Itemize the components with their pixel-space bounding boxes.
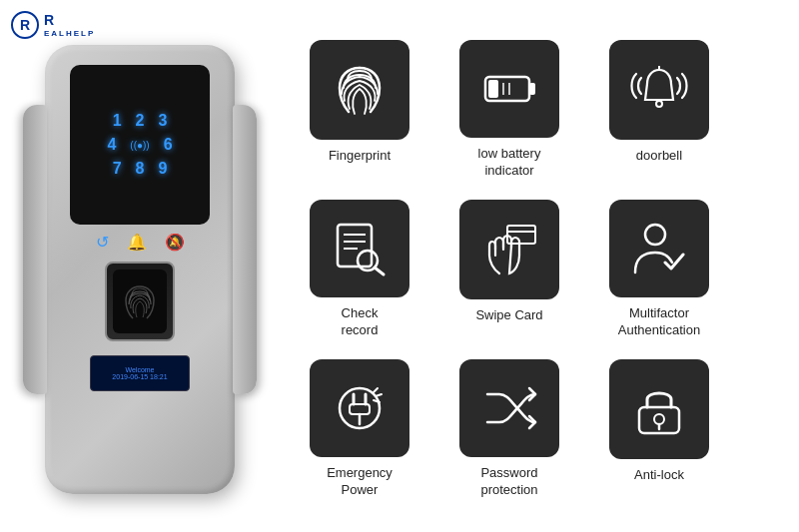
key-2: 2	[136, 112, 145, 130]
bell-icon	[629, 60, 689, 120]
key-9: 9	[158, 160, 167, 178]
feature-fingerprint: Fingerprint	[290, 30, 429, 180]
key-4: 4	[107, 136, 116, 154]
mute-icon: 🔕	[165, 233, 185, 252]
feature-low-battery: low batteryindicator	[439, 30, 579, 180]
doorbell-icon-box	[609, 40, 709, 140]
bell-icon: 🔔	[127, 233, 147, 252]
document-search-icon	[330, 219, 390, 278]
back-icon: ↺	[96, 233, 109, 252]
fingerprint-label: Fingerprint	[329, 148, 391, 165]
shuffle-icon	[479, 378, 539, 438]
handle-right	[233, 105, 257, 394]
display-welcome: Welcome	[125, 366, 154, 373]
person-check-icon-box	[609, 200, 709, 297]
svg-point-7	[656, 101, 662, 107]
key-7: 7	[113, 160, 122, 178]
key-3: 3	[158, 112, 167, 130]
rfid-symbol: ((●))	[130, 136, 149, 154]
svg-point-17	[645, 225, 665, 245]
check-record-label: Checkrecord	[342, 305, 379, 339]
multifactor-label: MultifactorAuthentication	[618, 305, 700, 339]
feature-multifactor: MultifactorAuthentication	[589, 190, 729, 339]
svg-point-27	[654, 414, 664, 424]
svg-line-24	[376, 394, 382, 396]
feature-anti-lock: Anti-lock	[589, 349, 729, 499]
svg-text:R: R	[20, 17, 30, 33]
logo-icon: R	[10, 10, 40, 40]
battery-icon-box	[459, 40, 559, 138]
fingerprint-icon-box	[310, 40, 409, 140]
lock-device: 1 2 3 4 ((●)) 6 7 8 9 ↺ 🔔 🔕	[30, 40, 250, 499]
key-1: 1	[113, 112, 122, 130]
handle-left	[23, 105, 47, 394]
emergency-power-label: EmergencyPower	[327, 465, 393, 499]
svg-rect-4	[488, 80, 498, 98]
lock-display: Welcome 2019-06-15 18:21	[90, 355, 190, 391]
fingerprint-sensor	[105, 262, 175, 341]
power-icon	[330, 378, 390, 438]
keypad-row-1: 1 2 3	[113, 112, 168, 130]
feature-swipe-card: Swipe Card	[439, 190, 579, 339]
padlock-icon	[629, 379, 689, 439]
display-datetime: 2019-06-15 18:21	[112, 373, 167, 380]
logo: R R EALHELP	[10, 10, 95, 40]
feature-emergency-power: EmergencyPower	[290, 349, 429, 499]
svg-line-14	[375, 267, 384, 274]
feature-doorbell: doorbell	[589, 30, 729, 180]
key-8: 8	[136, 160, 145, 178]
keypad: 1 2 3 4 ((●)) 6 7 8 9	[70, 65, 210, 225]
key-6: 6	[164, 136, 173, 154]
password-protection-label: Passwordprotection	[480, 465, 537, 499]
keypad-row-3: 7 8 9	[113, 160, 168, 178]
shuffle-icon-box	[459, 359, 559, 457]
lock-body: 1 2 3 4 ((●)) 6 7 8 9 ↺ 🔔 🔕	[45, 45, 235, 494]
function-icons: ↺ 🔔 🔕	[96, 233, 185, 252]
fingerprint-icon	[330, 60, 390, 120]
svg-line-23	[374, 388, 378, 392]
record-icon-box	[310, 200, 409, 297]
power-icon-box	[310, 359, 409, 457]
anti-lock-label: Anti-lock	[634, 467, 684, 484]
battery-label: low batteryindicator	[478, 146, 541, 180]
card-icon-box	[459, 200, 559, 299]
doorbell-label: doorbell	[636, 148, 682, 165]
feature-password-protection: Passwordprotection	[439, 349, 579, 499]
keypad-row-2: 4 ((●)) 6	[107, 136, 172, 154]
person-check-icon	[629, 219, 689, 278]
feature-check-record: Checkrecord	[290, 190, 429, 339]
svg-rect-3	[529, 83, 535, 95]
logo-text: R EALHELP	[44, 12, 95, 38]
battery-icon	[479, 59, 539, 119]
svg-rect-21	[350, 404, 370, 414]
card-icon	[479, 220, 539, 279]
svg-rect-9	[338, 225, 372, 266]
features-grid: Fingerprint low batteryindicator	[290, 30, 729, 499]
fp-sensor-inner	[113, 269, 167, 333]
swipe-card-label: Swipe Card	[475, 307, 542, 324]
padlock-icon-box	[609, 359, 709, 459]
